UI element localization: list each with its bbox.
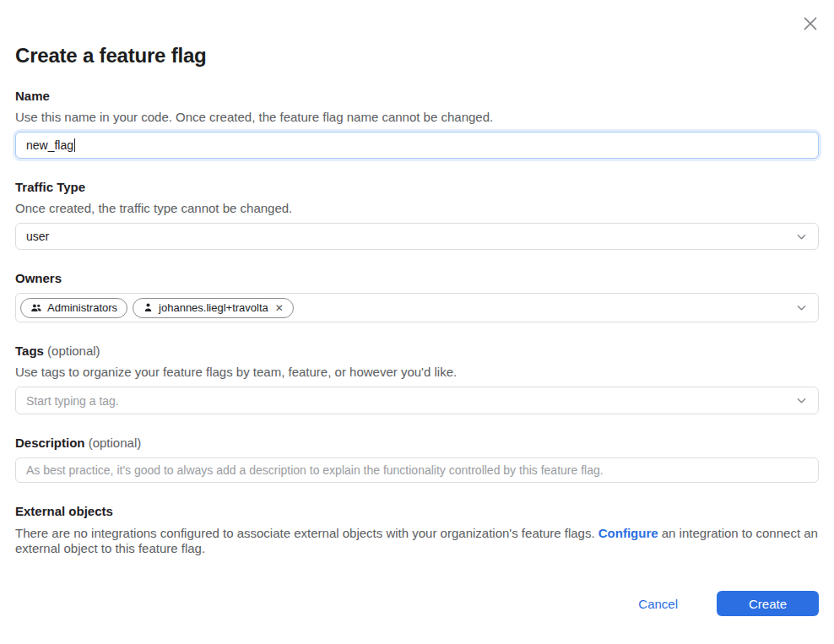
text-caret: [74, 138, 75, 152]
name-input-value: new_flag: [26, 138, 73, 152]
description-section: Description (optional): [15, 436, 819, 483]
description-optional-text: (optional): [89, 436, 142, 450]
tags-help-text: Use tags to organize your feature flags …: [15, 365, 819, 379]
owners-section: Owners Administratorsjohannes.liegl+trav…: [15, 271, 819, 322]
external-objects-section: External objects There are no integratio…: [15, 504, 819, 556]
tags-input[interactable]: [26, 387, 795, 414]
close-button[interactable]: [799, 13, 821, 35]
person-icon: [143, 302, 154, 313]
tags-label: Tags (optional): [15, 344, 819, 358]
description-label-text: Description: [15, 436, 85, 450]
traffic-type-select[interactable]: user: [15, 223, 819, 250]
group-icon: [30, 302, 42, 314]
traffic-type-help-text: Once created, the traffic type cannot be…: [15, 201, 819, 215]
traffic-type-label: Traffic Type: [15, 180, 819, 194]
tags-optional-text: (optional): [47, 344, 100, 358]
owner-chip-label: Administrators: [47, 301, 117, 314]
external-objects-text-before: There are no integrations configured to …: [15, 526, 598, 540]
traffic-type-section: Traffic Type Once created, the traffic t…: [15, 180, 819, 250]
cancel-button[interactable]: Cancel: [638, 597, 678, 611]
close-icon: [800, 14, 820, 34]
modal-title: Create a feature flag: [15, 44, 819, 68]
tags-label-text: Tags: [15, 344, 44, 358]
owners-label: Owners: [15, 271, 819, 285]
configure-link[interactable]: Configure: [598, 526, 658, 540]
external-objects-label: External objects: [15, 504, 819, 518]
owners-chip-list: Administratorsjohannes.liegl+travolta✕: [20, 298, 294, 318]
chevron-down-icon: [795, 230, 808, 243]
name-help-text: Use this name in your code. Once created…: [15, 110, 819, 124]
description-input-wrapper: [15, 457, 819, 483]
chevron-down-icon: [795, 301, 808, 314]
description-label: Description (optional): [15, 436, 819, 450]
tags-input-wrapper: [15, 387, 819, 414]
traffic-type-value: user: [26, 230, 49, 243]
description-input[interactable]: [26, 458, 808, 482]
tags-section: Tags (optional) Use tags to organize you…: [15, 344, 819, 414]
owner-chip[interactable]: johannes.liegl+travolta✕: [133, 298, 294, 318]
name-input[interactable]: new_flag: [15, 132, 819, 159]
owners-field[interactable]: Administratorsjohannes.liegl+travolta✕: [15, 293, 819, 322]
chevron-down-icon: [795, 394, 808, 407]
external-objects-text: There are no integrations configured to …: [15, 526, 819, 556]
remove-owner-icon[interactable]: ✕: [275, 303, 284, 313]
owner-chip[interactable]: Administrators: [20, 298, 127, 318]
create-button[interactable]: Create: [717, 591, 819, 616]
name-label: Name: [15, 89, 819, 103]
name-field-section: Name Use this name in your code. Once cr…: [15, 89, 819, 159]
modal-footer: Cancel Create: [0, 591, 834, 616]
owner-chip-label: johannes.liegl+travolta: [159, 301, 268, 314]
